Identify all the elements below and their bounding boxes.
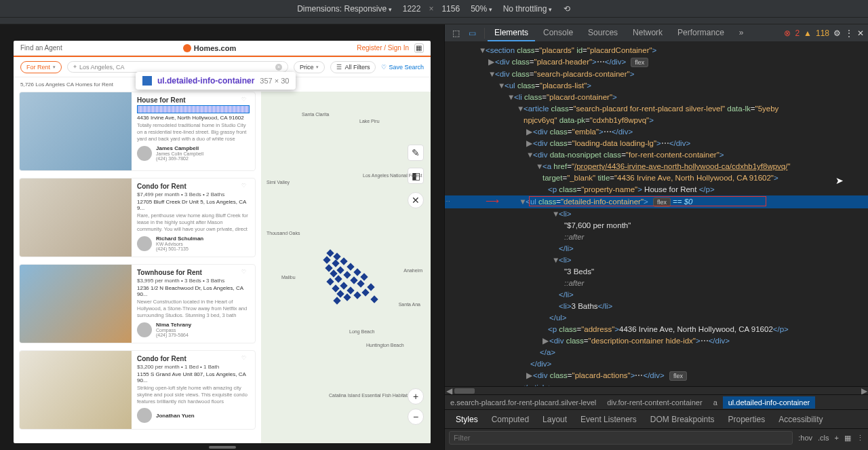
listing-address: 1236 1/2 N Beachwood Dr, Los Angeles, CA… [137,285,250,297]
agent-phone: (424) 379-5864 [156,333,191,337]
styles-tab-a11y[interactable]: Accessibility [772,412,829,427]
dom-breadcrumb[interactable]: e.search-placard.for-rent-placard.silver… [445,394,868,409]
tab-console[interactable]: Console [536,25,580,41]
listing-meta: $3,995 per month • 3 Beds • 3 Baths [137,278,250,284]
dom-tree[interactable]: ▼<section class="placards" id="placardCo… [445,42,868,386]
tab-more[interactable]: » [732,25,751,41]
crumb-item[interactable]: e.search-placard.for-rent-placard.silver… [445,396,601,409]
tab-sources[interactable]: Sources [581,25,625,41]
site-logo[interactable]: Homes.com [183,44,236,52]
map-zoom-out[interactable]: − [408,409,424,425]
computed-toggle-icon[interactable]: ▦ [844,434,851,443]
flex-badge[interactable]: flex [653,198,671,207]
pin-icon: ⌖ [73,63,77,71]
logo-text: Homes.com [194,44,236,52]
styles-panel: Styles Computed Layout Event Listeners D… [445,409,868,450]
inspect-icon[interactable]: ⬚ [449,26,462,40]
listing-card[interactable]: ♡ Condo for Rent $7,499 per month • 3 Be… [19,178,256,257]
listing-image[interactable] [20,92,132,170]
crumb-item[interactable]: a [708,396,723,409]
flex-badge[interactable]: flex [669,371,687,381]
styles-filter-input[interactable] [449,431,793,445]
price-filter[interactable]: Price▾ [294,61,326,73]
listing-card[interactable]: ♡ Townhouse for Rent $3,995 per month • … [19,264,256,343]
map-label: Anaheim [403,268,422,273]
throttling-dropdown[interactable]: No throttling [503,4,552,14]
listing-title: Townhouse for Rent [137,269,250,276]
crumb-item[interactable]: div.for-rent-content-container [601,396,707,409]
listings-column[interactable]: ♡ House for Rent ⟵ 4436 Irvine Ave, Nort… [14,92,261,443]
styles-tab-listeners[interactable]: Event Listeners [574,412,644,427]
listing-description: Rare, penthouse view home along Bluff Cr… [137,212,250,233]
agent-name: James Campbell [156,145,203,151]
device-toggle-icon[interactable]: ▭ [465,26,479,40]
more-styles-icon[interactable]: ⋮ [856,434,864,443]
styles-tab-styles[interactable]: Styles [449,412,485,427]
listing-image[interactable] [20,179,132,257]
tab-network[interactable]: Network [626,25,669,41]
location-search[interactable]: ⌖ Los Angeles, CA × [67,61,288,73]
listing-card[interactable]: ♡ House for Rent ⟵ 4436 Irvine Ave, Nort… [19,92,256,171]
all-filters[interactable]: ☰All Filters [330,61,376,73]
error-icon[interactable]: ⊗ [784,29,791,38]
flex-badge[interactable]: flex [631,58,648,67]
more-icon[interactable]: ⋮ [845,29,853,38]
agent-company: James Colin Campbell [156,151,203,156]
styles-tab-properties[interactable]: Properties [722,412,772,427]
resize-handle[interactable] [209,446,236,449]
rent-filter[interactable]: For Rent▾ [20,61,62,73]
find-agent-link[interactable]: Find an Agent [20,44,62,52]
agent-company: KW Advisors [156,242,203,246]
listing-card[interactable]: ♡ Condo for Rent $3,200 per month • 1 Be… [19,350,256,430]
map-label: Huntington Beach [366,343,404,348]
height-input[interactable]: 1156 [441,4,460,14]
heart-icon: ♡ [381,64,387,71]
styles-tab-breakpoints[interactable]: DOM Breakpoints [644,412,722,427]
dimensions-dropdown[interactable]: Dimensions: Responsive [297,4,392,14]
width-input[interactable]: 1222 [403,4,421,14]
map-label: Santa Clarita [302,112,329,117]
listing-description: Totally remodeled traditional home in St… [137,122,250,143]
tab-performance[interactable]: Performance [671,25,731,41]
map-label: Simi Valley [267,180,290,185]
tooltip-dimensions: 357 × 30 [260,77,289,85]
favorite-icon[interactable]: ♡ [241,183,251,192]
zoom-dropdown[interactable]: 50% [471,4,492,14]
inspected-element-highlight [137,105,250,113]
warning-icon[interactable]: ▲ [804,29,812,38]
listing-image[interactable] [20,351,132,429]
cls-toggle[interactable]: .cls [818,434,829,442]
map-close-button[interactable]: ✕ [408,192,424,208]
app-icon[interactable]: ▦ [414,43,424,53]
styles-tab-computed[interactable]: Computed [485,412,536,427]
map-zoom-in[interactable]: + [408,388,424,405]
favorite-icon[interactable]: ♡ [241,269,251,278]
listing-meta: $3,200 per month • 1 Bed • 1 Bath [137,364,250,370]
agent-avatar [137,236,152,251]
settings-icon[interactable]: ⚙ [833,29,841,38]
hov-toggle[interactable]: :hov [798,434,812,442]
crumb-item-active[interactable]: ul.detailed-info-container [723,396,815,409]
close-devtools-icon[interactable]: ✕ [857,29,864,38]
auth-link[interactable]: Register / Sign In [357,44,409,52]
clear-icon[interactable]: × [275,64,282,71]
favorite-icon[interactable]: ♡ [241,96,251,106]
agent-name: Nima Tehrany [156,322,191,328]
styles-tab-layout[interactable]: Layout [536,412,574,427]
map-draw-button[interactable]: ✎ [408,145,424,161]
map[interactable]: ◧ ✕ ✎ Santa Clarita Lake Piru Simi Valle… [261,92,431,443]
map-pin-cluster[interactable] [321,250,389,305]
ellipsis-marker[interactable]: ⋯ [445,195,450,207]
selected-dom-node[interactable]: ⋯ ⟶ ▼<ul class="detailed-info-container"… [445,195,868,208]
ruler [0,18,868,24]
listing-address: 4436 Irvine Ave, North Hollywood, CA 916… [137,115,250,121]
save-search-link[interactable]: ♡Save Search [381,64,424,71]
favorite-icon[interactable]: ♡ [241,355,251,364]
listing-agent: Nima Tehrany Compass (424) 379-5864 [137,322,250,337]
tab-elements[interactable]: Elements [488,25,535,41]
horizontal-scrollbar[interactable]: ◀▶ [445,386,868,394]
rotate-icon[interactable]: ⟲ [561,3,572,14]
map-label: Long Beach [349,329,374,334]
new-style-icon[interactable]: + [835,434,839,442]
listing-image[interactable] [20,265,132,343]
